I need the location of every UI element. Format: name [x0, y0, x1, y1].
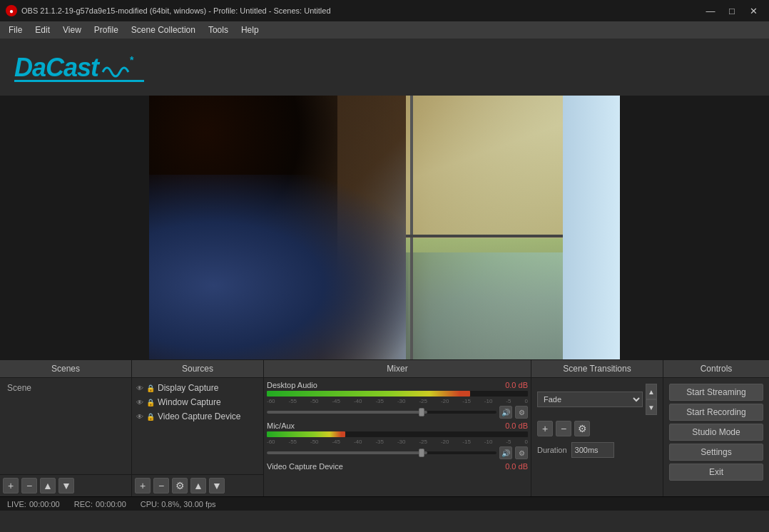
lock-icon-display: 🔒 — [146, 384, 155, 392]
preview-area — [0, 96, 769, 359]
scene-frame-h — [406, 235, 563, 237]
menu-scene-collection[interactable]: Scene Collection — [126, 24, 201, 36]
transition-select-row: Fade ▲ ▼ — [537, 384, 657, 415]
sources-settings-button[interactable]: ⚙ — [172, 478, 188, 493]
rec-status: REC: 00:00:00 — [74, 500, 126, 508]
transition-add-button[interactable]: + — [537, 421, 553, 436]
source-label-video: Video Capture Device — [158, 411, 241, 421]
mic-aux-meter-fill — [267, 431, 345, 437]
start-streaming-button[interactable]: Start Streaming — [669, 384, 763, 401]
cpu-label: CPU: 0.8%, 30.00 fps — [141, 500, 216, 508]
mixer-header: Mixer — [264, 360, 531, 378]
status-bar: LIVE: 00:00:00 REC: 00:00:00 CPU: 0.8%, … — [0, 496, 769, 511]
app-icon: ● — [6, 5, 17, 16]
mixer-content: Desktop Audio 0.0 dB -60-55-50-45-40-35-… — [264, 378, 531, 496]
menu-bar: File Edit View Profile Scene Collection … — [0, 21, 769, 39]
desktop-audio-db: 0.0 dB — [505, 381, 528, 389]
scenes-header: Scenes — [0, 360, 131, 378]
scenes-up-button[interactable]: ▲ — [40, 478, 56, 493]
eye-icon-display: 👁 — [136, 384, 143, 392]
exit-button[interactable]: Exit — [669, 464, 763, 481]
source-label-display: Display Capture — [158, 383, 218, 393]
menu-tools[interactable]: Tools — [203, 24, 234, 36]
close-button[interactable]: ✕ — [743, 4, 763, 18]
studio-mode-button[interactable]: Studio Mode — [669, 424, 763, 441]
menu-profile[interactable]: Profile — [88, 24, 124, 36]
preview-video — [149, 96, 620, 359]
video-capture-db: 0.0 dB — [505, 462, 528, 471]
rec-label: REC: — [74, 500, 93, 508]
transition-spin-buttons: ▲ ▼ — [646, 384, 657, 415]
desktop-audio-mute-button[interactable]: 🔊 — [499, 406, 512, 419]
controls-content: Start Streaming Start Recording Studio M… — [663, 378, 769, 486]
sources-remove-button[interactable]: − — [153, 478, 169, 493]
mic-aux-db: 0.0 dB — [505, 421, 528, 430]
scenes-content: Scene — [0, 378, 131, 474]
scene-item[interactable]: Scene — [3, 381, 128, 395]
live-label: LIVE: — [7, 500, 26, 508]
desktop-audio-controls: 🔊 ⚙ — [267, 406, 528, 419]
duration-input[interactable] — [571, 442, 614, 458]
eye-icon-video: 👁 — [136, 413, 143, 421]
mixer-channel-desktop: Desktop Audio 0.0 dB -60-55-50-45-40-35-… — [267, 381, 528, 419]
title-text: OBS 21.1.2-19-g57da9e15-modified (64bit,… — [21, 6, 331, 15]
scene-blind — [406, 96, 563, 252]
mixer-channel-mic: Mic/Aux 0.0 dB -60-55-50-45-40-35-30-25-… — [267, 421, 528, 459]
transitions-header: Scene Transitions — [531, 360, 663, 378]
minimize-button[interactable]: — — [701, 4, 720, 18]
eye-icon-window: 👁 — [136, 399, 143, 406]
live-time: 00:00:00 — [29, 500, 60, 508]
scenes-down-button[interactable]: ▼ — [58, 478, 74, 493]
scene-jacket — [149, 175, 408, 359]
mixer-channel-desktop-header: Desktop Audio 0.0 dB — [267, 381, 528, 389]
sources-down-button[interactable]: ▼ — [209, 478, 225, 493]
svg-text:*: * — [130, 56, 134, 66]
duration-row: Duration — [537, 442, 657, 458]
source-item-display[interactable]: 👁 🔒 Display Capture — [133, 381, 262, 395]
sources-up-button[interactable]: ▲ — [190, 478, 206, 493]
transition-spin-down[interactable]: ▼ — [646, 399, 657, 415]
transition-remove-button[interactable]: − — [556, 421, 571, 436]
transition-settings-button[interactable]: ⚙ — [574, 421, 590, 436]
desktop-audio-gear-button[interactable]: ⚙ — [515, 406, 528, 419]
desktop-audio-thumb[interactable] — [419, 408, 424, 416]
maximize-button[interactable]: □ — [722, 4, 742, 18]
transition-spin-up[interactable]: ▲ — [646, 384, 657, 399]
transition-toolbar: + − ⚙ — [537, 421, 657, 436]
scenes-toolbar: + − ▲ ▼ — [0, 474, 131, 496]
desktop-audio-meter-fill — [267, 391, 470, 397]
desktop-audio-meter — [267, 391, 528, 397]
bottom-panels: Scenes Scene + − ▲ ▼ Sources 👁 🔒 Display… — [0, 359, 769, 496]
settings-button[interactable]: Settings — [669, 444, 763, 461]
transition-type-select[interactable]: Fade — [537, 392, 643, 407]
mic-aux-slider[interactable] — [267, 451, 496, 454]
mic-aux-gear-button[interactable]: ⚙ — [515, 446, 528, 459]
menu-view[interactable]: View — [57, 24, 87, 36]
mic-aux-mute-button[interactable]: 🔊 — [499, 446, 512, 459]
sources-add-button[interactable]: + — [135, 478, 151, 493]
source-item-window[interactable]: 👁 🔒 Window Capture — [133, 395, 262, 409]
menu-edit[interactable]: Edit — [29, 24, 56, 36]
menu-help[interactable]: Help — [235, 24, 265, 36]
sources-header: Sources — [132, 360, 263, 378]
mic-aux-scale: -60-55-50-45-40-35-30-25-20-15-10-50 — [267, 439, 528, 445]
mic-aux-controls: 🔊 ⚙ — [267, 446, 528, 459]
desktop-audio-slider[interactable] — [267, 411, 496, 414]
scenes-add-button[interactable]: + — [3, 478, 19, 493]
source-item-video[interactable]: 👁 🔒 Video Capture Device — [133, 409, 262, 424]
mixer-panel: Mixer Desktop Audio 0.0 dB -60-55-50-45-… — [264, 360, 531, 496]
title-bar-left: ● OBS 21.1.2-19-g57da9e15-modified (64bi… — [6, 5, 331, 16]
live-status: LIVE: 00:00:00 — [7, 500, 60, 508]
video-capture-label: Video Capture Device — [267, 462, 343, 471]
logo: DaCast * — [14, 53, 144, 82]
scene-frame-v — [410, 96, 413, 359]
logo-underline — [14, 80, 144, 82]
mixer-channel-mic-header: Mic/Aux 0.0 dB — [267, 421, 528, 430]
start-recording-button[interactable]: Start Recording — [669, 404, 763, 421]
mixer-channel-video: Video Capture Device 0.0 dB — [267, 462, 528, 471]
mic-aux-thumb[interactable] — [419, 449, 424, 457]
sources-content: 👁 🔒 Display Capture 👁 🔒 Window Capture 👁… — [132, 378, 263, 474]
lock-icon-video: 🔒 — [146, 413, 155, 421]
menu-file[interactable]: File — [3, 24, 28, 36]
scenes-remove-button[interactable]: − — [21, 478, 37, 493]
